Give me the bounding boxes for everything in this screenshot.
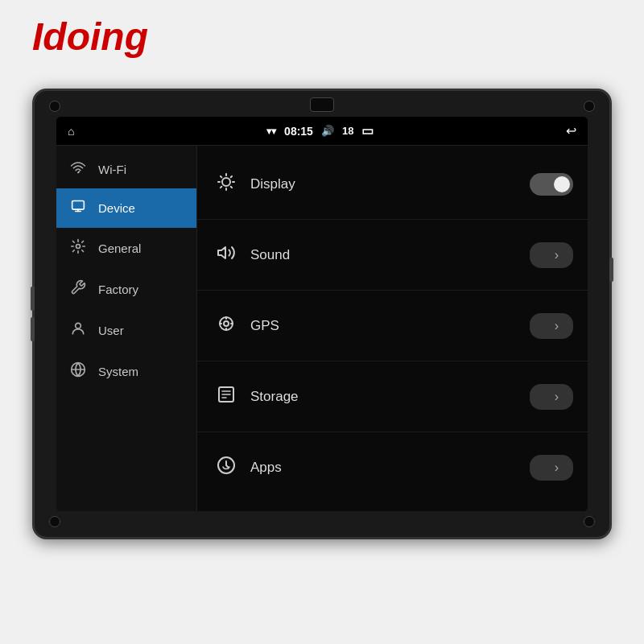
display-dot: [554, 176, 570, 192]
apps-toggle[interactable]: ›: [530, 455, 573, 481]
side-button-right: [609, 258, 613, 282]
storage-label: Storage: [250, 389, 530, 405]
sound-label: Sound: [250, 247, 530, 263]
back-icon[interactable]: ↩: [566, 123, 576, 138]
status-center: ▾▾ 08:15 🔊 18 ▭: [266, 123, 374, 138]
apps-icon: [212, 456, 241, 480]
gps-toggle[interactable]: ›: [530, 313, 573, 339]
settings-row-gps[interactable]: GPS ›: [197, 291, 588, 361]
display-toggle[interactable]: [530, 173, 573, 196]
gps-arrow: ›: [555, 319, 559, 333]
sidebar-label-wifi: Wi-Fi: [98, 163, 126, 176]
sidebar-item-user[interactable]: User: [56, 310, 196, 351]
status-time: 08:15: [284, 125, 313, 138]
mount-hole-tr: [584, 101, 595, 112]
home-icon[interactable]: ⌂: [68, 125, 74, 138]
gear-nav-icon: [69, 238, 87, 258]
svg-point-1: [76, 245, 80, 249]
settings-row-storage[interactable]: Storage ›: [197, 361, 588, 432]
mount-hole-br: [584, 516, 595, 527]
sidebar-item-wifi[interactable]: Wi-Fi: [56, 151, 196, 188]
display-icon: [212, 172, 241, 196]
mount-hole-bl: [49, 516, 60, 527]
screen: ⌂ ▾▾ 08:15 🔊 18 ▭ ↩: [56, 117, 588, 511]
speaker-icon: 🔊: [321, 125, 334, 137]
settings-row-display[interactable]: Display: [197, 149, 588, 220]
storage-arrow: ›: [555, 390, 559, 404]
svg-point-7: [224, 321, 229, 326]
user-nav-icon: [69, 320, 87, 341]
storage-icon: [212, 385, 241, 409]
sidebar: Wi-Fi Device: [56, 146, 197, 511]
status-left: ⌂: [68, 125, 74, 138]
sound-toggle[interactable]: ›: [530, 242, 573, 268]
sidebar-label-general: General: [98, 242, 141, 255]
apps-arrow: ›: [555, 460, 559, 475]
apps-label: Apps: [250, 460, 530, 476]
wrench-nav-icon: [69, 279, 87, 299]
sidebar-label-device: Device: [98, 201, 135, 215]
sidebar-label-user: User: [98, 324, 124, 337]
main-content: Wi-Fi Device: [56, 146, 588, 511]
mount-hole-tl: [49, 101, 60, 112]
device-frame: ⌂ ▾▾ 08:15 🔊 18 ▭ ↩: [32, 89, 612, 539]
side-btn-right[interactable]: [609, 258, 613, 282]
sidebar-item-factory[interactable]: Factory: [56, 269, 196, 310]
gps-label: GPS: [250, 318, 530, 334]
sidebar-item-device[interactable]: Device: [56, 188, 196, 228]
settings-row-sound[interactable]: Sound ›: [197, 220, 588, 291]
settings-panel: Display Sound ›: [197, 146, 588, 511]
status-bar: ⌂ ▾▾ 08:15 🔊 18 ▭ ↩: [56, 117, 588, 146]
sidebar-item-system[interactable]: System: [56, 351, 196, 392]
sidebar-item-general[interactable]: General: [56, 228, 196, 269]
battery-icon: ▭: [361, 123, 374, 138]
gps-icon: [212, 314, 241, 338]
side-buttons-left: [31, 287, 35, 341]
storage-toggle[interactable]: ›: [530, 384, 573, 410]
sound-icon: [212, 243, 241, 267]
globe-nav-icon: [69, 361, 87, 382]
sidebar-label-system: System: [98, 365, 138, 378]
sound-arrow: ›: [555, 248, 559, 262]
svg-rect-0: [72, 200, 85, 209]
svg-point-10: [225, 460, 227, 462]
side-btn-vol[interactable]: [31, 317, 35, 341]
display-label: Display: [250, 176, 530, 192]
svg-point-4: [222, 178, 230, 186]
wifi-nav-icon: [69, 161, 87, 178]
sidebar-label-factory: Factory: [98, 283, 138, 296]
status-volume: 18: [342, 125, 353, 137]
svg-point-2: [76, 323, 81, 328]
svg-marker-5: [218, 247, 225, 258]
wifi-icon: ▾▾: [266, 126, 276, 137]
side-btn-power[interactable]: [31, 287, 35, 311]
settings-row-apps[interactable]: Apps ›: [197, 432, 588, 503]
brand-title: Idoing: [32, 14, 148, 59]
mount-hole-tc: [310, 97, 334, 112]
status-right: ↩: [566, 123, 576, 138]
device-nav-icon: [69, 199, 87, 217]
